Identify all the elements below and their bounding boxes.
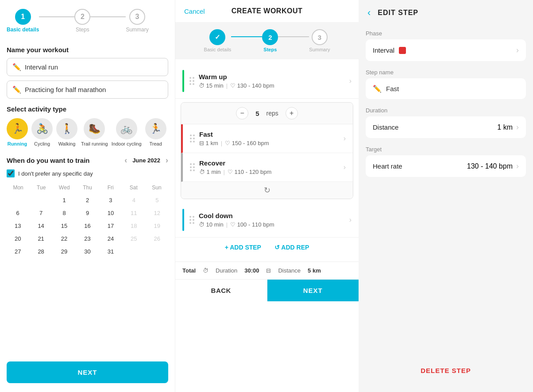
add-actions: + ADD STEP ↺ ADD REP xyxy=(175,238,359,257)
duration-value: 1 km xyxy=(497,123,513,131)
workout-name-input-2[interactable] xyxy=(25,86,162,93)
step-2: 2 Steps xyxy=(74,9,90,33)
delete-step-button[interactable]: DELETE STEP xyxy=(359,358,533,383)
cal-day[interactable]: 11 xyxy=(123,207,145,219)
step-1: 1 Basic details xyxy=(7,9,39,33)
activity-tread[interactable]: 🏃 Tread xyxy=(145,118,166,147)
cal-day[interactable]: 18 xyxy=(123,220,145,232)
step-name-input[interactable] xyxy=(386,85,519,92)
recover-drag-handle xyxy=(190,163,195,171)
cal-day[interactable]: 10 xyxy=(100,207,122,219)
phase-option[interactable]: Interval › xyxy=(366,39,526,61)
fast-drag-handle xyxy=(190,135,195,142)
duration-option[interactable]: Distance 1 km › xyxy=(366,116,526,138)
cal-day[interactable]: 17 xyxy=(100,220,122,232)
warm-up-step[interactable]: Warm up ⏱ 15 min | ♡ 130 - 140 bpm › xyxy=(175,64,359,99)
cal-day[interactable]: 14 xyxy=(30,220,52,232)
calendar: Mon Tue Wed Thu Fri Sat Sun 1 2 3 4 5 6 … xyxy=(7,183,168,257)
step-name-section: Step name ✏️ xyxy=(359,65,533,103)
total-label: Total xyxy=(182,267,196,274)
modal-step-1-label: Basic details xyxy=(204,47,232,52)
cal-day[interactable]: 24 xyxy=(100,233,122,245)
workout-name-input-1[interactable] xyxy=(25,63,162,71)
cal-day[interactable]: 8 xyxy=(53,207,75,219)
step-1-circle[interactable]: 1 xyxy=(15,9,31,25)
phase-color-dot xyxy=(399,47,406,54)
calendar-grid: 1 2 3 4 5 6 7 8 9 10 11 12 13 14 15 16 1… xyxy=(7,194,168,257)
cal-day[interactable]: 15 xyxy=(53,220,75,232)
edit-step-header: ‹ EDIT STEP xyxy=(359,0,533,26)
cal-day[interactable]: 30 xyxy=(76,246,98,257)
cal-day[interactable]: 13 xyxy=(7,220,29,232)
cal-day[interactable]: 21 xyxy=(30,233,52,245)
modal-stepper: ✓ Basic details 2 Steps 3 Summary xyxy=(175,22,359,59)
duration-type: Distance xyxy=(373,123,398,131)
workout-name-field-1[interactable]: ✏️ xyxy=(7,58,168,76)
cal-day[interactable]: 5 xyxy=(146,194,168,206)
total-distance-icon: ⊟ xyxy=(266,267,271,274)
warmup-chevron: › xyxy=(349,77,351,85)
activity-running[interactable]: 🏃 Running xyxy=(7,118,28,147)
back-button[interactable]: BACK xyxy=(175,280,267,301)
activity-cycling[interactable]: 🚴 Cycling xyxy=(31,118,53,147)
train-section: When do you want to train ‹ June 2022 › xyxy=(7,156,168,165)
month-label: June 2022 xyxy=(132,157,160,164)
cal-day[interactable]: 4 xyxy=(123,194,145,206)
next-month-btn[interactable]: › xyxy=(166,156,168,165)
step-line-2 xyxy=(90,16,126,17)
total-bar: Total ⏱ Duration 30:00 ⊟ Distance 5 km xyxy=(175,261,359,279)
fast-chevron: › xyxy=(344,135,346,142)
cal-day[interactable]: 12 xyxy=(146,207,168,219)
cooldown-drag-handle xyxy=(189,216,194,224)
target-option[interactable]: Heart rate 130 - 140 bpm › xyxy=(366,155,526,177)
prev-month-btn[interactable]: ‹ xyxy=(124,156,127,165)
recover-name: Recover xyxy=(199,159,344,167)
indoor-label: Indoor cycling xyxy=(112,141,142,147)
cal-day[interactable]: 9 xyxy=(76,207,98,219)
total-duration-icon: ⏱ xyxy=(203,267,209,274)
activity-indoor[interactable]: 🚲 Indoor cycling xyxy=(112,118,142,147)
recover-meta: ⏱ 1 min | ♡ 110 - 120 bpm xyxy=(199,169,344,175)
activity-trail[interactable]: 🥾 Trail running xyxy=(81,118,108,147)
cal-day[interactable]: 28 xyxy=(30,246,52,257)
recover-step[interactable]: Recover ⏱ 1 min | ♡ 110 - 120 bpm › xyxy=(181,153,353,182)
rep-increase-btn[interactable]: + xyxy=(286,107,298,119)
cal-day[interactable]: 27 xyxy=(7,246,29,257)
step-2-circle[interactable]: 2 xyxy=(74,9,90,25)
cancel-button[interactable]: Cancel xyxy=(184,8,205,15)
cal-day[interactable]: 25 xyxy=(123,233,145,245)
cal-day[interactable]: 22 xyxy=(53,233,75,245)
no-day-checkbox[interactable] xyxy=(7,169,15,177)
cal-day[interactable]: 19 xyxy=(146,220,168,232)
cal-day[interactable]: 23 xyxy=(76,233,98,245)
step-3-label: Summary xyxy=(126,27,148,33)
cal-day[interactable]: 7 xyxy=(30,207,52,219)
cal-day[interactable]: 16 xyxy=(76,220,98,232)
step-3-circle[interactable]: 3 xyxy=(129,9,145,25)
cool-down-step[interactable]: Cool down ⏱ 10 min | ♡ 100 - 110 bpm › xyxy=(175,203,359,238)
rep-decrease-btn[interactable]: − xyxy=(236,107,248,119)
cal-day[interactable]: 20 xyxy=(7,233,29,245)
edit-step-back-arrow[interactable]: ‹ xyxy=(367,7,371,19)
target-label: Target xyxy=(366,146,526,153)
cal-day[interactable]: 6 xyxy=(7,207,29,219)
activity-walking[interactable]: 🚶 Walking xyxy=(56,118,77,147)
walking-label: Walking xyxy=(58,141,76,147)
add-step-button[interactable]: + ADD STEP xyxy=(225,244,261,251)
modal-step-2-circle: 2 xyxy=(262,29,278,45)
workout-name-field-2[interactable]: ✏️ xyxy=(7,81,168,99)
cal-day[interactable]: 3 xyxy=(100,194,122,206)
rep-footer: ↻ xyxy=(181,182,353,199)
modal-header: Cancel CREATE WORKOUT xyxy=(175,0,359,22)
tread-label: Tread xyxy=(149,141,162,147)
left-next-button[interactable]: NEXT xyxy=(7,361,168,383)
add-rep-button[interactable]: ↺ ADD REP xyxy=(274,244,309,251)
cal-day[interactable]: 2 xyxy=(76,194,98,206)
cal-day[interactable]: 29 xyxy=(53,246,75,257)
cal-day[interactable]: 31 xyxy=(100,246,122,257)
cal-day[interactable]: 1 xyxy=(53,194,75,206)
warmup-meta: ⏱ 15 min | ♡ 130 - 140 bpm xyxy=(199,82,349,89)
cal-day[interactable]: 26 xyxy=(146,233,168,245)
modal-next-button[interactable]: NEXT xyxy=(267,280,359,301)
fast-step[interactable]: Fast ⊟ 1 km | ♡ 150 - 160 bpm › xyxy=(181,124,353,153)
